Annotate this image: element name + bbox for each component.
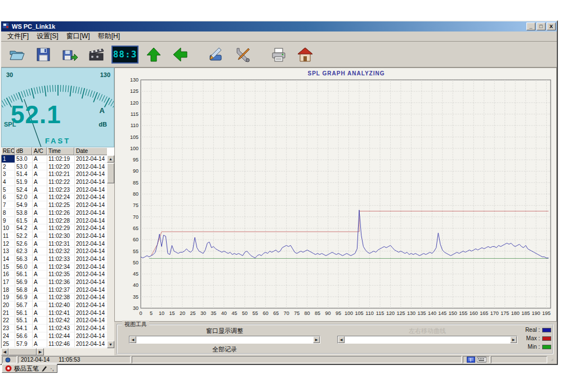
upload-button[interactable] [142,44,165,65]
table-row[interactable]: 2255.1A11:02:422012-04-14 [2,317,114,325]
table-row[interactable]: 961.5A11:02:282012-04-14 [2,217,114,225]
slider-left-icon[interactable]: ◀ [129,336,136,343]
svg-text:5: 5 [150,310,153,316]
table-row[interactable]: 2354.1A11:02:432012-04-14 [2,325,114,332]
scroll-left-icon[interactable]: ◀ [1,348,8,355]
minimize-button[interactable]: _ [526,22,535,30]
table-row[interactable]: 2156.1A11:02:412012-04-14 [2,309,114,317]
table-row[interactable]: 552.4A11:02:232012-04-14 [2,186,114,194]
table-row[interactable]: 2456.6A11:02:442012-04-14 [2,332,114,340]
status-spare [491,356,547,363]
green-left-arrow-icon [172,46,189,63]
table-cell: A [33,209,47,217]
table-row[interactable]: 153.0A11:02:192012-04-14 [2,155,114,163]
scrollbar-thumb[interactable] [8,348,37,355]
svg-text:130: 130 [407,310,415,316]
close-button[interactable]: X [547,22,556,30]
svg-text:190: 190 [532,310,540,316]
back-button[interactable] [169,44,191,65]
table-row[interactable]: 1856.8A11:02:372012-04-14 [2,286,114,294]
menu-help[interactable]: 帮助[H] [94,31,124,42]
scroll-down-icon[interactable]: ▼ [107,341,114,348]
table-row[interactable]: 2056.7A11:02:402012-04-14 [2,301,114,309]
unit-label: dB [99,121,107,128]
desktop: WS PC_Link1k _ □ X 文件[F] 设置[S] 窗口[W] 帮助[… [0,0,563,392]
column-header-rec[interactable]: REC [1,147,15,155]
video-button[interactable] [85,44,108,65]
menu-settings[interactable]: 设置[S] [33,31,62,42]
table-row[interactable]: 1556.0A11:02:342012-04-14 [2,263,114,271]
export-button[interactable] [59,44,81,65]
table-row[interactable]: 1956.9A11:02:382012-04-14 [2,294,114,301]
title-bar[interactable]: WS PC_Link1k _ □ X [1,21,557,31]
table-row[interactable]: 1656.1A11:02:352012-04-14 [2,271,114,278]
scroll-up-icon[interactable]: ▲ [107,155,114,163]
table-horizontal-scrollbar[interactable]: ◀ ▶ [1,348,114,355]
table-cell: 10 [2,224,15,232]
table-cell: 23 [2,325,15,332]
table-row[interactable]: 652.0A11:02:242012-04-14 [2,193,114,201]
ime-punct-label[interactable]: ·, [50,365,54,372]
ime-indicator-icon[interactable] [467,357,475,363]
resize-grip[interactable] [548,356,556,363]
ime-toolbar[interactable]: 极品五笔 ·, [2,364,57,373]
table-row[interactable]: 853.8A11:02:262012-04-14 [2,209,114,217]
save-button[interactable] [32,44,55,65]
table-cell: A [33,186,47,194]
table-row[interactable]: 2557.9A11:02:462012-04-14 [2,340,114,348]
table-cell: 2012-04-14 [75,186,108,194]
svg-text:30: 30 [133,305,138,311]
edit-tools-button[interactable] [205,44,227,65]
table-row[interactable]: 1756.9A11:02:362012-04-14 [2,278,114,286]
table-cell: 11:02:22 [47,178,75,186]
svg-text:85: 85 [133,180,138,186]
keyboard-icon[interactable] [477,357,486,363]
ime-name-label[interactable]: 极品五笔 [14,364,39,373]
maximize-button[interactable]: □ [537,22,546,30]
table-row[interactable]: 1152.2A11:02:302012-04-14 [2,232,114,240]
table-cell: 11:02:43 [47,325,75,332]
export-icon [61,46,78,63]
table-row[interactable]: 1054.2A11:02:292012-04-14 [2,224,114,232]
menu-window[interactable]: 窗口[W] [62,31,94,42]
view-tools-group: 视图工具 窗口显示调整 ◀ ▶ 全部记录 左右移动曲线 ◀ ▶ Real : [117,324,553,354]
table-row[interactable]: 351.4A11:02:212012-04-14 [2,170,114,178]
table-row[interactable]: 1456.3A11:02:332012-04-14 [2,255,114,263]
svg-text:135: 135 [417,310,426,316]
table-row[interactable]: 451.9A11:02:222012-04-14 [2,178,114,186]
slider-left-icon[interactable]: ◀ [338,336,345,343]
table-cell: 1 [2,155,15,163]
menu-file[interactable]: 文件[F] [3,31,33,42]
slider-track[interactable] [345,336,510,343]
table-vertical-scrollbar[interactable]: ▲ ▼ [107,155,114,348]
column-header-ac[interactable]: A/C [32,147,47,155]
table-row[interactable]: 253.0A11:02:202012-04-14 [2,163,114,171]
window-adjust-slider[interactable]: ◀ ▶ [129,336,320,344]
table-cell: 11:02:42 [47,317,75,325]
table-cell: 2012-04-14 [75,163,108,171]
open-button[interactable] [6,44,28,65]
print-button[interactable] [267,44,290,65]
playback-slider[interactable]: ◀ ▶ [337,336,517,344]
table-cell: 11:02:30 [47,232,75,240]
column-header-date[interactable]: Date [74,147,107,155]
table-cell: 19 [2,294,15,301]
scroll-right-icon[interactable]: ▶ [37,348,44,355]
slider-track[interactable] [136,336,313,343]
table-cell: 11:02:23 [47,186,75,194]
table-row[interactable]: 1362.3A11:02:322012-04-14 [2,247,114,255]
table-row[interactable]: 1252.6A11:02:312012-04-14 [2,240,114,248]
table-cell: 11:02:33 [47,255,75,263]
column-header-db[interactable]: dB [15,147,32,155]
table-cell: 7 [2,201,15,209]
table-row[interactable]: 754.9A11:02:252012-04-14 [2,201,114,209]
table-cell: 2012-04-14 [75,209,108,217]
spl-graph: 3035404550556065707580859095100105110115… [115,78,556,319]
column-header-time[interactable]: Time [47,147,74,155]
scrollbar-thumb[interactable] [107,163,114,183]
ime-logo-icon[interactable] [5,365,12,372]
exit-button[interactable] [294,44,316,65]
slider-right-icon[interactable]: ▶ [313,336,320,343]
settings-tools-button[interactable] [231,44,254,65]
pen-icon[interactable] [41,365,48,372]
